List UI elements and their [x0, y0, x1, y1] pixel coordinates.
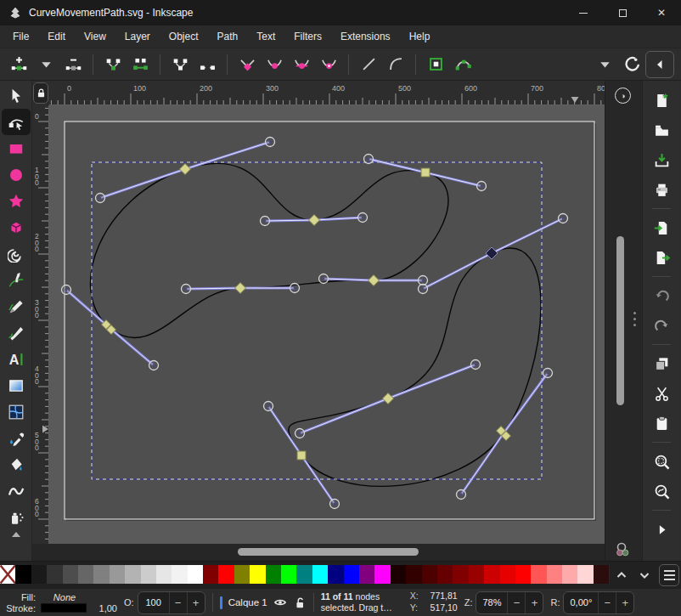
- palette-scroll-down-button[interactable]: [636, 565, 653, 585]
- redo-button[interactable]: [648, 314, 675, 337]
- swatch-1a1a1a[interactable]: [31, 565, 47, 584]
- swatch-990000[interactable]: [469, 565, 484, 584]
- swatch-1a0000[interactable]: [391, 565, 406, 584]
- join-nodes-button[interactable]: [99, 51, 127, 78]
- vertical-ruler[interactable]: 0100200300400500600: [32, 105, 49, 544]
- swatch-999999[interactable]: [110, 565, 125, 584]
- swatch-800080[interactable]: [359, 565, 374, 584]
- tool-mesh-gradient[interactable]: [2, 398, 31, 425]
- make-corner-button[interactable]: [234, 51, 261, 78]
- import-image-button[interactable]: [648, 216, 675, 240]
- swatch-4d4d4d[interactable]: [63, 565, 78, 584]
- swatch-4d1a1a[interactable]: [609, 565, 610, 584]
- palette-scroll-up-button[interactable]: [613, 565, 630, 585]
- break-nodes-button[interactable]: [166, 51, 194, 78]
- menu-text[interactable]: Text: [247, 25, 284, 48]
- export-image-button[interactable]: [648, 246, 675, 269]
- tool-selector[interactable]: [2, 82, 31, 109]
- swatch-ffd5d5[interactable]: [577, 565, 593, 584]
- swatch-cc0000[interactable]: [484, 565, 499, 584]
- tool-tweak[interactable]: [2, 478, 31, 504]
- tool-text[interactable]: A: [2, 346, 31, 372]
- save-document-button[interactable]: [648, 148, 675, 172]
- path-node[interactable]: [421, 168, 430, 177]
- tool-dropper[interactable]: [2, 425, 31, 451]
- fill-stroke-indicator[interactable]: Fill: None Stroke: 1,00: [5, 592, 117, 613]
- swatch-b3b3b3[interactable]: [125, 565, 140, 584]
- menu-edit[interactable]: Edit: [38, 25, 75, 48]
- menu-help[interactable]: Help: [400, 25, 440, 48]
- tool-ellipse[interactable]: [2, 161, 31, 188]
- swatch-00ffff[interactable]: [312, 565, 328, 584]
- swatch-2b0d0d[interactable]: [594, 565, 609, 584]
- menu-layer[interactable]: Layer: [115, 25, 160, 48]
- swatch-333333[interactable]: [47, 565, 62, 584]
- tool-box-3d[interactable]: [2, 214, 31, 240]
- canvas-quick-toggle-button[interactable]: ◑: [615, 88, 631, 104]
- swatch-none[interactable]: [0, 565, 15, 584]
- swatch-ff00ff[interactable]: [374, 565, 390, 584]
- insert-node-options-dropdown-button[interactable]: [32, 51, 59, 78]
- show-dialogs-button[interactable]: [648, 517, 675, 541]
- path-node[interactable]: [297, 451, 306, 460]
- swatch-f2f2f2[interactable]: [172, 565, 187, 584]
- zoom-value[interactable]: 78%: [476, 592, 507, 613]
- layer-name[interactable]: Calque 1: [228, 597, 267, 608]
- menu-path[interactable]: Path: [208, 25, 248, 48]
- make-symmetric-button[interactable]: [288, 51, 315, 78]
- minimize-button[interactable]: [564, 0, 603, 25]
- opacity-increase-button[interactable]: +: [187, 592, 205, 613]
- swatch-000080[interactable]: [328, 565, 343, 584]
- swatch-ffaaaa[interactable]: [562, 565, 577, 584]
- stroke-color-swatch[interactable]: [41, 603, 87, 613]
- drawing-canvas[interactable]: [49, 105, 605, 544]
- menu-object[interactable]: Object: [160, 25, 208, 48]
- swatch-e60000[interactable]: [500, 565, 515, 584]
- maximize-button[interactable]: [603, 0, 642, 25]
- swatch-008000[interactable]: [266, 565, 281, 584]
- tool-spiral[interactable]: [2, 240, 31, 267]
- zoom-drawing-button[interactable]: [648, 479, 675, 503]
- insert-node-button[interactable]: [5, 51, 32, 78]
- vscroll-thumb[interactable]: [616, 236, 624, 405]
- open-document-button[interactable]: [648, 118, 675, 142]
- make-line-button[interactable]: [355, 51, 382, 78]
- tool-star[interactable]: [2, 188, 31, 214]
- collapse-snap-bar-button[interactable]: [645, 51, 674, 78]
- zoom-decrease-button[interactable]: −: [507, 592, 525, 613]
- swatch-808000[interactable]: [234, 565, 250, 584]
- swatch-cccccc[interactable]: [141, 565, 156, 584]
- zoom-selection-button[interactable]: [648, 449, 675, 473]
- swatch-ff0000[interactable]: [218, 565, 234, 584]
- lock-rulers-button[interactable]: [33, 82, 48, 104]
- swatch-4d0000[interactable]: [422, 565, 437, 584]
- rotation-increase-button[interactable]: +: [616, 592, 633, 613]
- menu-extensions[interactable]: Extensions: [331, 25, 400, 48]
- close-button[interactable]: ✕: [642, 0, 681, 25]
- menu-filters[interactable]: Filters: [284, 25, 331, 48]
- swatch-ffff00[interactable]: [250, 565, 265, 584]
- hscroll-thumb[interactable]: [238, 548, 419, 556]
- join-with-segment-button[interactable]: [127, 51, 154, 78]
- cut-button[interactable]: [648, 381, 675, 405]
- tool-pen[interactable]: [2, 267, 31, 293]
- swatch-ff8080[interactable]: [547, 565, 562, 584]
- paste-button[interactable]: [648, 411, 675, 435]
- tool-spray[interactable]: [2, 504, 31, 530]
- undo-button[interactable]: [648, 284, 675, 308]
- tool-gradient[interactable]: [2, 372, 31, 398]
- tool-node-editor[interactable]: [2, 109, 31, 135]
- new-document-button[interactable]: [648, 88, 675, 112]
- zoom-increase-button[interactable]: +: [525, 592, 543, 613]
- layer-unlocked-icon[interactable]: [293, 596, 307, 609]
- swatch-00ff00[interactable]: [281, 565, 296, 584]
- delete-segment-button[interactable]: [194, 51, 221, 78]
- layer-visibility-eye-icon[interactable]: [273, 596, 287, 609]
- tool-rectangle[interactable]: [2, 135, 31, 161]
- swatch-666666[interactable]: [78, 565, 93, 584]
- swatch-0000ff[interactable]: [344, 565, 359, 584]
- swatch-ffffff[interactable]: [188, 565, 203, 584]
- swatch-e6e6e6[interactable]: [156, 565, 172, 584]
- swatch-008080[interactable]: [296, 565, 312, 584]
- next-path-effect-parameter-button[interactable]: [618, 51, 645, 78]
